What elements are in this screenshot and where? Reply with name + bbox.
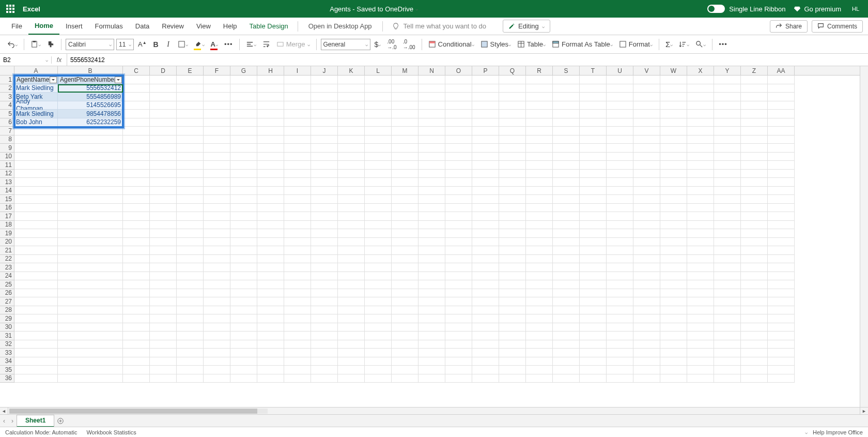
- cell[interactable]: [499, 161, 526, 170]
- cell[interactable]: [660, 170, 687, 178]
- cell[interactable]: [687, 187, 714, 195]
- cell[interactable]: [660, 212, 687, 221]
- cell[interactable]: [230, 272, 257, 281]
- cell[interactable]: [177, 101, 204, 110]
- cell[interactable]: [204, 204, 230, 213]
- cell[interactable]: [311, 204, 338, 213]
- cell[interactable]: [526, 229, 553, 238]
- cell[interactable]: [580, 314, 607, 323]
- cell[interactable]: [123, 153, 150, 161]
- cell[interactable]: [150, 255, 177, 264]
- cell[interactable]: [338, 144, 365, 153]
- cell[interactable]: [445, 93, 472, 101]
- cell[interactable]: [150, 144, 177, 153]
- cell[interactable]: [392, 84, 419, 93]
- cell[interactable]: [633, 229, 660, 238]
- cell[interactable]: [714, 289, 741, 298]
- cell[interactable]: [553, 374, 580, 383]
- cell[interactable]: [311, 127, 338, 135]
- cell[interactable]: [741, 229, 768, 238]
- cell[interactable]: [633, 195, 660, 204]
- comments-button[interactable]: Comments: [812, 20, 863, 33]
- cell[interactable]: [499, 374, 526, 383]
- cell[interactable]: [14, 204, 58, 213]
- cell[interactable]: [633, 340, 660, 349]
- cell[interactable]: [714, 246, 741, 255]
- name-box[interactable]: B2 ⌵: [0, 56, 52, 64]
- cell[interactable]: [607, 297, 633, 306]
- cell[interactable]: [580, 110, 607, 118]
- cell[interactable]: [14, 272, 58, 281]
- cell[interactable]: [580, 357, 607, 366]
- cell[interactable]: [687, 331, 714, 340]
- cell[interactable]: [177, 366, 204, 374]
- cell[interactable]: [660, 118, 687, 127]
- cell[interactable]: [419, 76, 445, 84]
- cell[interactable]: [150, 101, 177, 110]
- cell[interactable]: [204, 357, 230, 366]
- cell[interactable]: [230, 76, 257, 84]
- cell[interactable]: [338, 272, 365, 281]
- cell[interactable]: [714, 76, 741, 84]
- cell[interactable]: [14, 323, 58, 332]
- cell[interactable]: [445, 238, 472, 247]
- cell[interactable]: [284, 314, 311, 323]
- cell[interactable]: [445, 289, 472, 298]
- cell[interactable]: [204, 76, 230, 84]
- cell[interactable]: [526, 170, 553, 178]
- bold-button[interactable]: B: [151, 38, 161, 51]
- cell[interactable]: [14, 238, 58, 247]
- cell[interactable]: [311, 349, 338, 357]
- cell[interactable]: [553, 93, 580, 101]
- cell[interactable]: [526, 93, 553, 101]
- cell[interactable]: [526, 255, 553, 264]
- cell[interactable]: [230, 195, 257, 204]
- cell[interactable]: [687, 246, 714, 255]
- cell[interactable]: [526, 118, 553, 127]
- cell[interactable]: [633, 178, 660, 187]
- cell[interactable]: [472, 357, 499, 366]
- spreadsheet-grid[interactable]: ABCDEFGHIJKLMNOPQRSTUVWXYZAA 12345678910…: [0, 66, 868, 407]
- cell[interactable]: [419, 306, 445, 315]
- cell[interactable]: [311, 144, 338, 153]
- cell[interactable]: [123, 76, 150, 84]
- cell[interactable]: [499, 204, 526, 213]
- cell[interactable]: [230, 280, 257, 289]
- cell[interactable]: [768, 289, 795, 298]
- align-button[interactable]: ⌵: [244, 38, 258, 51]
- cell[interactable]: [768, 118, 795, 127]
- cell[interactable]: [607, 229, 633, 238]
- cell[interactable]: [365, 153, 392, 161]
- go-premium-button[interactable]: Go premium: [794, 5, 841, 13]
- cell[interactable]: [472, 331, 499, 340]
- cell[interactable]: [499, 84, 526, 93]
- cell[interactable]: [123, 110, 150, 118]
- cell[interactable]: [419, 161, 445, 170]
- cell[interactable]: [257, 280, 284, 289]
- cell[interactable]: [580, 246, 607, 255]
- sheet-nav-next[interactable]: ›: [8, 415, 17, 427]
- table-cell[interactable]: 5145526695: [58, 101, 123, 110]
- cell[interactable]: [741, 84, 768, 93]
- column-header[interactable]: AA: [768, 66, 795, 75]
- cell[interactable]: [741, 204, 768, 213]
- row-header[interactable]: 23: [0, 263, 14, 272]
- cell[interactable]: [150, 272, 177, 281]
- cell[interactable]: [499, 238, 526, 247]
- column-header[interactable]: L: [365, 66, 392, 75]
- cell[interactable]: [257, 314, 284, 323]
- cell[interactable]: [607, 323, 633, 332]
- cell[interactable]: [633, 170, 660, 178]
- cell[interactable]: [392, 118, 419, 127]
- cell[interactable]: [284, 280, 311, 289]
- cell[interactable]: [714, 170, 741, 178]
- cell[interactable]: [14, 135, 58, 144]
- cell[interactable]: [687, 255, 714, 264]
- cell[interactable]: [472, 323, 499, 332]
- cell[interactable]: [633, 238, 660, 247]
- tab-data[interactable]: Data: [129, 18, 156, 35]
- cell[interactable]: [365, 314, 392, 323]
- cell[interactable]: [580, 170, 607, 178]
- cell[interactable]: [311, 118, 338, 127]
- cell[interactable]: [607, 178, 633, 187]
